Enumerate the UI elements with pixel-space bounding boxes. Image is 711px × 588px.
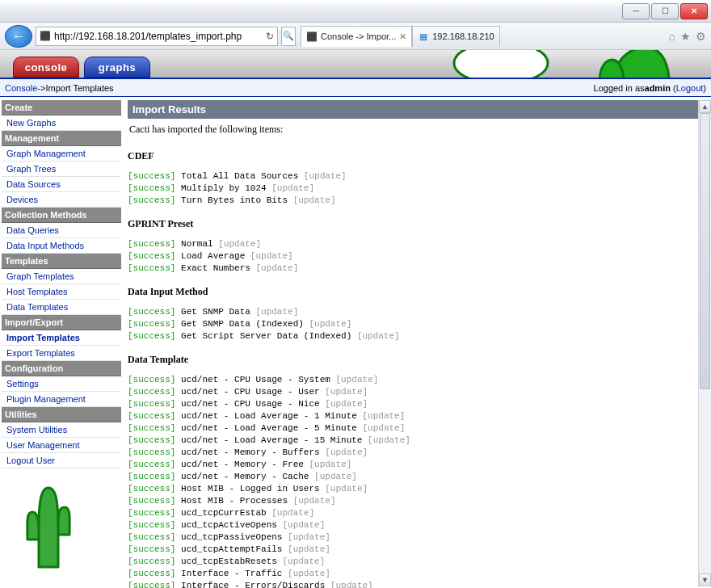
main-content: Import Results Cacti has imported the fo… — [123, 97, 711, 588]
result-line: [success] ucd_tcpCurrEstab [update] — [128, 507, 703, 519]
sidebar-item-data-queries[interactable]: Data Queries — [2, 223, 121, 238]
minimize-button[interactable]: ─ — [622, 3, 650, 19]
settings-gear-icon[interactable]: ⚙ — [696, 30, 706, 43]
result-group-heading: Data Input Method — [128, 286, 703, 298]
sidebar-section-header: Templates — [2, 254, 121, 269]
sidebar-item-graph-templates[interactable]: Graph Templates — [2, 269, 121, 284]
sidebar-item-export-templates[interactable]: Export Templates — [2, 346, 121, 361]
result-line: [success] Host MIB - Logged in Users [up… — [128, 483, 703, 495]
sidebar-item-host-templates[interactable]: Host Templates — [2, 284, 121, 300]
sidebar-item-graph-management[interactable]: Graph Management — [2, 146, 121, 162]
search-icon: 🔍 — [283, 31, 294, 41]
browser-tab-2[interactable]: ▦ 192.168.18.210 — [412, 26, 499, 47]
breadcrumb-current: Import Templates — [45, 83, 113, 93]
logout-link[interactable]: Logout — [676, 83, 704, 93]
sidebar-item-import-templates[interactable]: Import Templates — [2, 330, 121, 346]
sidebar-item-data-input-methods[interactable]: Data Input Methods — [2, 238, 121, 254]
url-text: http://192.168.18.201/templates_import.p… — [54, 31, 263, 42]
favorites-icon[interactable]: ★ — [680, 30, 691, 43]
result-line: [success] ucd/net - Load Average - 15 Mi… — [128, 435, 703, 447]
tab-title: Console -> Impor... — [321, 32, 396, 41]
breadcrumb: Console -> Import Templates Logged in as… — [0, 79, 711, 97]
result-group-heading: CDEF — [128, 150, 703, 162]
result-line: [success] ucd_tcpActiveOpens [update] — [128, 519, 703, 531]
sidebar-item-devices[interactable]: Devices — [2, 192, 121, 208]
result-line: [success] ucd/net - CPU Usage - Nice [up… — [128, 398, 703, 410]
intro-text: Cacti has imported the following items: — [128, 119, 703, 145]
sidebar-section-header: Collection Methods — [2, 208, 121, 223]
scroll-up-icon[interactable]: ▲ — [699, 100, 711, 113]
sidebar-item-logout-user[interactable]: Logout User — [2, 453, 121, 468]
maximize-button[interactable]: ☐ — [651, 3, 679, 19]
home-icon[interactable]: ⌂ — [669, 30, 675, 43]
result-line: [success] ucd/net - Memory - Buffers [up… — [128, 447, 703, 459]
result-line: [success] Turn Bytes into Bits [update] — [128, 195, 703, 207]
tab-graphs[interactable]: graphs — [84, 57, 150, 78]
close-tab-icon[interactable]: ✕ — [399, 32, 406, 42]
cacti-header: console graphs — [0, 50, 711, 79]
result-line: [success] ucd/net - CPU Usage - User [up… — [128, 386, 703, 398]
window-titlebar: ─ ☐ ✕ — [0, 0, 711, 23]
result-line: [success] ucd/net - Memory - Cache [upda… — [128, 471, 703, 483]
result-line: [success] Load Average [update] — [128, 250, 703, 262]
sidebar-item-data-sources[interactable]: Data Sources — [2, 177, 121, 192]
result-line: [success] ucd_tcpEstabResets [update] — [128, 556, 703, 568]
tab-title: 192.168.18.210 — [432, 32, 494, 41]
import-results: CDEF[success] Total All Data Sources [up… — [128, 150, 703, 588]
scroll-thumb[interactable] — [700, 113, 710, 389]
vertical-scrollbar[interactable]: ▲ ▼ — [698, 100, 711, 586]
logged-in-label: Logged in as — [594, 83, 645, 93]
sidebar-section-header: Configuration — [2, 361, 121, 376]
browser-menu-icons: ⌂ ★ ⚙ — [669, 30, 706, 43]
result-line: [success] Normal [update] — [128, 238, 703, 250]
sidebar-item-plugin-management[interactable]: Plugin Management — [2, 392, 121, 407]
result-line: [success] Host MIB - Processes [update] — [128, 495, 703, 507]
cacti-logo — [16, 480, 81, 569]
result-line: [success] Interface - Errors/Discards [u… — [128, 580, 703, 588]
browser-tabs: ⬛ Console -> Impor... ✕ ▦ 192.168.18.210 — [301, 26, 661, 47]
sidebar-item-system-utilities[interactable]: System Utilities — [2, 422, 121, 438]
router-favicon-icon: ▦ — [418, 31, 429, 42]
sidebar-item-graph-trees[interactable]: Graph Trees — [2, 162, 121, 177]
result-line: [success] ucd/net - Load Average - 1 Min… — [128, 410, 703, 422]
result-line: [success] Get SNMP Data [update] — [128, 306, 703, 318]
result-line: [success] Total All Data Sources [update… — [128, 170, 703, 183]
result-line: [success] Get SNMP Data (Indexed) [updat… — [128, 318, 703, 330]
breadcrumb-console-link[interactable]: Console — [5, 83, 37, 93]
back-button[interactable]: ← — [5, 25, 32, 48]
browser-tab-1[interactable]: ⬛ Console -> Impor... ✕ — [301, 26, 412, 47]
result-line: [success] Get Script Server Data (Indexe… — [128, 330, 703, 342]
sidebar-item-data-templates[interactable]: Data Templates — [2, 300, 121, 315]
tab-console[interactable]: console — [13, 57, 79, 78]
sidebar-item-new-graphs[interactable]: New Graphs — [2, 116, 121, 131]
address-bar[interactable]: ⬛ http://192.168.18.201/templates_import… — [36, 27, 278, 46]
scroll-track[interactable] — [699, 113, 711, 573]
result-line: [success] Exact Numbers [update] — [128, 262, 703, 275]
refresh-icon[interactable]: ↻ — [266, 31, 274, 42]
search-button[interactable]: 🔍 — [281, 27, 296, 46]
result-line: [success] ucd_tcpPassiveOpens [update] — [128, 531, 703, 544]
result-group-heading: Data Template — [128, 354, 703, 366]
result-line: [success] Multiply by 1024 [update] — [128, 183, 703, 195]
result-line: [success] Interface - Traffic [update] — [128, 568, 703, 580]
current-user: admin — [645, 83, 671, 93]
sidebar-section-header: Management — [2, 131, 121, 146]
sidebar-item-settings[interactable]: Settings — [2, 376, 121, 392]
close-button[interactable]: ✕ — [680, 3, 708, 19]
page-title: Import Results — [128, 100, 703, 119]
breadcrumb-sep: -> — [37, 83, 45, 93]
cacti-favicon-icon: ⬛ — [40, 31, 51, 42]
sidebar-item-user-management[interactable]: User Management — [2, 438, 121, 453]
result-line: [success] ucd_tcpAttemptFails [update] — [128, 544, 703, 556]
svg-point-0 — [454, 50, 548, 79]
cacti-favicon-icon: ⬛ — [306, 31, 318, 42]
result-line: [success] ucd/net - Memory - Free [updat… — [128, 459, 703, 471]
sidebar-section-header: Create — [2, 100, 121, 116]
sidebar: CreateNew GraphsManagementGraph Manageme… — [0, 97, 123, 588]
page-viewport: console graphs Console -> Import Templat… — [0, 50, 711, 588]
scroll-down-icon[interactable]: ▼ — [699, 573, 711, 586]
sidebar-section-header: Utilities — [2, 407, 121, 422]
cacti-banner-art — [452, 50, 679, 79]
result-line: [success] ucd/net - CPU Usage - System [… — [128, 374, 703, 386]
browser-toolbar: ← ⬛ http://192.168.18.201/templates_impo… — [0, 23, 711, 50]
